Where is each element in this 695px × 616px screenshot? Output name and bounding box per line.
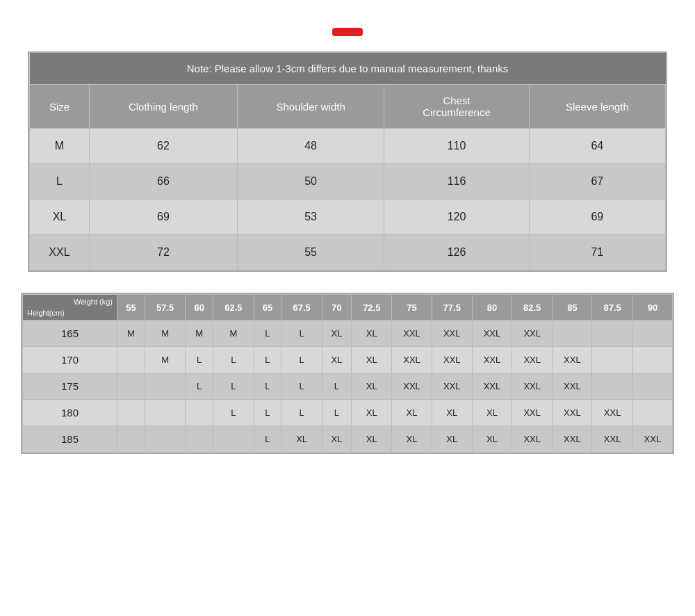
wh-cell-r3c10: XL (472, 400, 512, 426)
wh-cell-r2c5: L (281, 373, 322, 400)
wh-cell-r0c5: L (281, 321, 322, 347)
height-cell-1: 170 (23, 347, 117, 373)
size-cell-r1c4: 67 (529, 164, 665, 200)
weight-header-6: 70 (322, 295, 351, 321)
wh-table-row: 170MLLLLXLXLXXLXXLXXLXXLXXL (23, 347, 673, 373)
wh-table-row: 165MMMMLLXLXLXXLXXLXXLXXL (23, 321, 673, 347)
wh-cell-r1c13 (592, 347, 632, 373)
wh-cell-r0c11: XXL (512, 321, 553, 347)
size-cell-r1c1: 66 (89, 164, 237, 200)
height-cell-3: 180 (23, 400, 117, 426)
size-table-header-0: Size (30, 85, 90, 129)
wh-cell-r0c0: M (117, 321, 145, 347)
wh-cell-r0c1: M (145, 321, 185, 347)
wh-cell-r1c9: XXL (432, 347, 472, 373)
size-cell-r0c1: 62 (89, 129, 237, 164)
wh-cell-r4c10: XL (472, 426, 512, 453)
size-cell-r2c0: XL (30, 200, 90, 235)
wh-table-row: 185LXLXLXLXLXLXLXXLXXLXXLXXL (23, 426, 673, 453)
wh-table-row: 180LLLLXLXLXLXLXXLXXLXXL (23, 400, 673, 426)
wh-cell-r2c6: L (322, 373, 351, 400)
wh-cell-r4c5: XL (281, 426, 322, 453)
wh-cell-r4c12: XXL (553, 426, 592, 453)
size-cell-r0c2: 48 (237, 129, 384, 164)
wh-cell-r1c6: XL (322, 347, 351, 373)
wh-cell-r1c10: XXL (472, 347, 512, 373)
wh-cell-r1c11: XXL (512, 347, 553, 373)
size-cell-r3c0: XXL (30, 235, 90, 270)
wh-cell-r0c4: L (254, 321, 281, 347)
wh-cell-r2c0 (117, 373, 145, 400)
weight-header-0: 55 (117, 295, 145, 321)
weight-header-13: 87.5 (592, 295, 632, 321)
wh-cell-r3c4: L (254, 400, 281, 426)
weight-header-7: 72.5 (352, 295, 392, 321)
size-table-header-2: Shoulder width (237, 85, 384, 129)
wh-cell-r4c3 (213, 426, 254, 453)
wh-cell-r1c8: XXL (392, 347, 432, 373)
size-cell-r0c3: 110 (384, 129, 529, 164)
size-table-row: XXL725512671 (30, 235, 666, 270)
wh-cell-r3c7: XL (352, 400, 392, 426)
corner-cell: Weight (kg)Height(cm) (23, 295, 117, 321)
wh-cell-r1c14 (632, 347, 672, 373)
wh-cell-r1c3: L (213, 347, 254, 373)
weight-header-12: 85 (553, 295, 592, 321)
wh-cell-r3c11: XXL (512, 400, 553, 426)
wh-cell-r2c14 (632, 373, 672, 400)
height-cell-2: 175 (23, 373, 117, 400)
wh-cell-r2c11: XXL (512, 373, 553, 400)
size-table-row: XL695312069 (30, 200, 666, 235)
wh-cell-r2c12: XXL (553, 373, 592, 400)
wh-cell-r1c7: XL (352, 347, 392, 373)
weight-header-4: 65 (254, 295, 281, 321)
size-cell-r1c2: 50 (237, 164, 384, 200)
wh-cell-r3c12: XXL (553, 400, 592, 426)
wh-cell-r0c2: M (186, 321, 213, 347)
size-cell-r2c3: 120 (384, 200, 529, 235)
weight-header-3: 62.5 (213, 295, 254, 321)
size-cell-r2c4: 69 (529, 200, 665, 235)
wh-cell-r1c2: L (186, 347, 213, 373)
weight-header-8: 75 (392, 295, 432, 321)
wh-cell-r3c14 (632, 400, 672, 426)
wh-cell-r4c11: XXL (512, 426, 553, 453)
wh-cell-r2c8: XXL (392, 373, 432, 400)
wh-cell-r0c3: M (213, 321, 254, 347)
height-cell-0: 165 (23, 321, 117, 347)
wh-cell-r2c9: XXL (432, 373, 472, 400)
wh-cell-r0c6: XL (322, 321, 351, 347)
size-cell-r0c0: M (30, 129, 90, 164)
size-cell-r1c0: L (30, 164, 90, 200)
size-table-row: M624811064 (30, 129, 666, 164)
size-cell-r0c4: 64 (529, 129, 665, 164)
wh-cell-r3c2 (186, 400, 213, 426)
size-cell-r1c3: 116 (384, 164, 529, 200)
size-table-wrapper: Note: Please allow 1-3cm differs due to … (28, 51, 667, 272)
size-cell-r3c4: 71 (529, 235, 665, 270)
wh-cell-r3c0 (117, 400, 145, 426)
wh-cell-r0c7: XL (352, 321, 392, 347)
size-cell-r2c2: 53 (237, 200, 384, 235)
wh-cell-r2c7: XL (352, 373, 392, 400)
weight-header-11: 82.5 (512, 295, 553, 321)
wh-cell-r3c1 (145, 400, 185, 426)
weight-header-9: 77.5 (432, 295, 472, 321)
size-table-header-1: Clothing length (89, 85, 237, 129)
wh-table-wrapper: Weight (kg)Height(cm)5557.56062.56567.57… (21, 293, 674, 454)
wh-cell-r0c10: XXL (472, 321, 512, 347)
wh-cell-r4c7: XL (352, 426, 392, 453)
size-table-row: L665011667 (30, 164, 666, 200)
wh-cell-r4c4: L (254, 426, 281, 453)
wh-cell-r3c8: XL (392, 400, 432, 426)
wh-table-row: 175LLLLLXLXXLXXLXXLXXLXXL (23, 373, 673, 400)
wh-cell-r1c12: XXL (553, 347, 592, 373)
weight-header-1: 57.5 (145, 295, 185, 321)
weight-header-5: 67.5 (281, 295, 322, 321)
wh-cell-r3c3: L (213, 400, 254, 426)
wh-cell-r2c13 (592, 373, 632, 400)
height-cell-4: 185 (23, 426, 117, 453)
wh-cell-r4c14: XXL (632, 426, 672, 453)
wh-cell-r2c10: XXL (472, 373, 512, 400)
weight-header-10: 80 (472, 295, 512, 321)
